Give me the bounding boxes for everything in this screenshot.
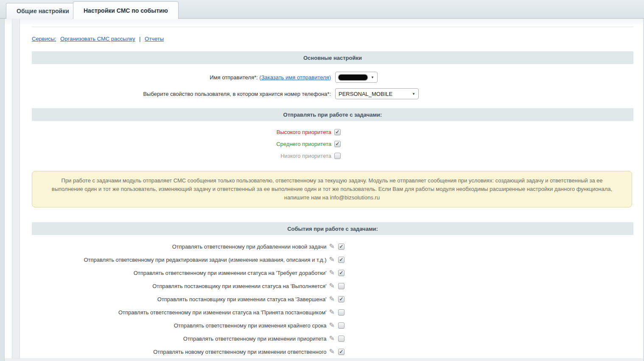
edit-pencil-icon[interactable]: ✎	[329, 348, 335, 355]
event-checkbox[interactable]: ✓	[338, 257, 344, 263]
event-row-deadline-change: Отправлять ответственному при изменения …	[32, 321, 344, 330]
event-label: Отправлять ответственному при изменении …	[32, 309, 327, 316]
event-row-status-rework: Отправлять ответственному при изменении …	[32, 269, 344, 277]
section-header-main-settings: Основные настройки	[32, 51, 633, 64]
event-row-status-completed: Отправлять постановщику при изменении ст…	[32, 295, 344, 303]
phone-property-label: Выберите свойство пользователя, в которо…	[32, 91, 331, 97]
edit-pencil-icon[interactable]: ✎	[329, 269, 335, 276]
event-checkbox[interactable]: ✓	[338, 309, 344, 316]
priority-row-low: Низкого приоритета ✓	[32, 152, 341, 160]
checkmark-icon: ✓	[339, 297, 343, 302]
event-checkbox[interactable]: ✓	[338, 322, 344, 329]
top-divider	[32, 27, 633, 27]
priority-high-checkbox[interactable]: ✓	[334, 129, 341, 135]
section-header-task-events: События при работе с задачами:	[32, 222, 633, 235]
priority-low-label: Низкого приоритета	[32, 153, 331, 159]
edit-pencil-icon[interactable]: ✎	[329, 335, 335, 342]
organize-sms-broadcast-link[interactable]: Организовать СМС рассылку	[60, 36, 135, 42]
priority-medium-checkbox[interactable]: ✓	[334, 141, 341, 147]
edit-pencil-icon[interactable]: ✎	[329, 322, 335, 329]
checkmark-icon: ✓	[339, 244, 343, 249]
event-row-status-inprogress: Отправлять постановщику при изменении ст…	[32, 282, 344, 290]
phone-property-select[interactable]: PERSONAL_MOBILE ▼	[335, 88, 419, 99]
edit-pencil-icon[interactable]: ✎	[329, 256, 335, 263]
sender-name-label: Имя отправителя*: (Заказать имя отправит…	[32, 74, 331, 81]
tab-sms-event-settings[interactable]: Настройки СМС по событию	[73, 1, 179, 19]
event-label: Отправлять постановщику при изменении ст…	[32, 283, 327, 289]
event-label: Отправлять новому ответственному при изм…	[32, 349, 327, 355]
priority-low-checkbox[interactable]: ✓	[334, 153, 341, 159]
left-gutter-strip	[12, 19, 20, 361]
checkmark-icon: ✓	[339, 257, 343, 263]
event-checkbox[interactable]: ✓	[338, 336, 344, 342]
priority-row-high: Высокого приоритета ✓	[32, 128, 341, 136]
event-row-status-accepted: Отправлять ответственному при изменении …	[32, 308, 344, 316]
priority-high-label: Высокого приоритета	[32, 129, 331, 135]
phone-property-value: PERSONAL_MOBILE	[339, 91, 392, 97]
module-info-notice: При работе с задачами модуль отправляет …	[32, 171, 632, 207]
order-sender-name-link[interactable]: Заказать имя отправителя	[261, 74, 329, 81]
dropdown-arrow-icon: ▼	[367, 76, 374, 79]
checkmark-icon: ✓	[335, 141, 339, 147]
checkmark-icon: ✓	[335, 129, 339, 135]
checkmark-icon: ✓	[339, 270, 343, 276]
event-checkbox[interactable]: ✓	[338, 270, 344, 276]
event-label: Отправлять постановщику при изменении ст…	[32, 296, 327, 302]
edit-pencil-icon[interactable]: ✎	[329, 309, 335, 316]
event-checkbox[interactable]: ✓	[338, 283, 344, 289]
event-label: Отправлять ответственному при добавленни…	[32, 243, 327, 250]
settings-form: Сервисы: Организовать СМС рассылку | Отч…	[32, 0, 633, 361]
event-label: Отправлять ответсвенному при редактирова…	[32, 257, 327, 263]
paren-close: )	[329, 74, 331, 81]
edit-pencil-icon[interactable]: ✎	[329, 296, 335, 302]
edit-pencil-icon[interactable]: ✎	[329, 283, 335, 289]
event-label: Отправлять ответственному при изменения …	[32, 322, 327, 329]
event-checkbox[interactable]: ✓	[338, 349, 344, 355]
event-label: Отправлять ответственному при изменении …	[32, 270, 327, 276]
checkmark-icon: ✓	[339, 349, 343, 355]
redacted-sender-value	[339, 75, 367, 80]
services-links: Сервисы: Организовать СМС рассылку | Отч…	[32, 36, 166, 42]
dropdown-arrow-icon: ▼	[409, 92, 415, 96]
edit-pencil-icon[interactable]: ✎	[329, 243, 335, 250]
event-row-responsible-change: Отправлять новому ответственному при изм…	[32, 347, 344, 356]
event-checkbox[interactable]: ✓	[338, 296, 344, 302]
links-separator: |	[139, 36, 140, 42]
reports-link[interactable]: Отчеты	[145, 36, 164, 42]
sender-name-select[interactable]: ▼	[335, 72, 378, 83]
sender-name-row: Имя отправителя*: (Заказать имя отправит…	[32, 71, 456, 83]
event-row-priority-change: Отправлять ответственному при изменении …	[32, 334, 344, 343]
services-link[interactable]: Сервисы:	[32, 36, 56, 42]
priority-row-medium: Среднего приоритета ✓	[32, 140, 341, 148]
event-checkbox[interactable]: ✓	[338, 243, 344, 250]
sender-name-label-text: Имя отправителя*:	[210, 74, 258, 81]
priority-medium-label: Среднего приоритета	[32, 141, 331, 147]
event-row-new-task: Отправлять ответственному при добавленни…	[32, 242, 344, 251]
section-header-task-priority: Отправлять при работе с задачами:	[32, 108, 633, 121]
event-label: Отправлять ответственному при изменении …	[32, 336, 327, 342]
phone-property-row: Выберите свойство пользователя, в которо…	[32, 88, 456, 100]
event-row-edit-task: Отправлять ответсвенному при редактирова…	[32, 255, 344, 264]
